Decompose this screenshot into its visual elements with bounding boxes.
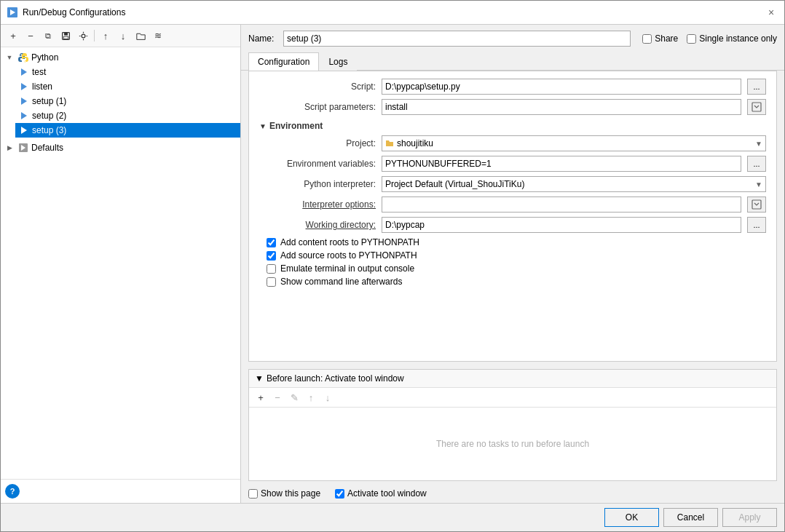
name-input[interactable] xyxy=(283,31,631,47)
sort-button[interactable]: ≋ xyxy=(150,28,166,44)
tree-area: ▼ Python xyxy=(1,47,240,479)
dialog-icon xyxy=(7,7,18,18)
tree-item-setup1[interactable]: setup (1) xyxy=(15,94,240,108)
add-content-roots-checkbox[interactable] xyxy=(267,238,276,247)
add-content-roots-label: Add content roots to PYTHONPATH xyxy=(280,237,419,247)
add-config-button[interactable]: + xyxy=(5,28,21,44)
tree-item-listen[interactable]: listen xyxy=(15,79,240,94)
apply-button[interactable]: Apply xyxy=(722,508,777,527)
before-launch-label: Before launch: Activate tool window xyxy=(267,373,404,384)
working-dir-browse-button[interactable]: ... xyxy=(747,217,766,233)
working-dir-row: Working directory: ... xyxy=(259,217,766,233)
svg-marker-8 xyxy=(21,98,27,105)
setup1-item-label: setup (1) xyxy=(32,96,66,106)
before-launch-edit-button[interactable]: ✎ xyxy=(287,390,301,405)
script-params-row: Script parameters: xyxy=(259,99,766,115)
share-checkbox[interactable] xyxy=(642,34,652,44)
python-group-label: Python xyxy=(31,52,58,63)
move-down-button[interactable]: ↓ xyxy=(115,28,131,44)
test-run-icon xyxy=(18,66,30,78)
tree-item-test[interactable]: test xyxy=(15,65,240,79)
working-dir-label: Working directory: xyxy=(259,220,376,230)
setup2-item-label: setup (2) xyxy=(32,111,66,121)
interp-options-input[interactable] xyxy=(382,196,741,213)
project-dropdown-arrow: ▼ xyxy=(755,140,762,148)
script-label: Script: xyxy=(259,82,376,92)
emulate-terminal-label: Emulate terminal in output console xyxy=(280,263,414,274)
save-config-button[interactable] xyxy=(58,28,74,44)
before-launch-down-button[interactable]: ↓ xyxy=(320,390,335,405)
dialog-footer: OK Cancel Apply xyxy=(1,503,784,531)
remove-config-button[interactable]: − xyxy=(23,28,39,44)
dialog-body: + − ⧉ ↑ ↓ ≋ xyxy=(1,25,784,503)
script-browse-button[interactable]: ... xyxy=(747,79,766,95)
env-vars-input[interactable] xyxy=(382,156,741,172)
before-launch-empty-text: There are no tasks to run before launch xyxy=(436,439,589,449)
close-button[interactable]: × xyxy=(764,5,778,20)
share-checkbox-label[interactable]: Share xyxy=(642,33,678,44)
project-select[interactable]: shoujitiku ▼ xyxy=(382,135,766,151)
single-instance-label: Single instance only xyxy=(699,33,777,44)
settings-icon xyxy=(79,31,88,41)
dialog-title: Run/Debug Configurations xyxy=(23,7,125,17)
svg-marker-10 xyxy=(21,127,27,134)
script-input[interactable] xyxy=(382,79,741,95)
before-launch-add-button[interactable]: + xyxy=(253,390,268,405)
name-row: Name: Share Single instance only xyxy=(241,25,784,52)
test-item-label: test xyxy=(32,67,46,77)
project-folder-icon xyxy=(385,139,394,148)
single-instance-checkbox-label[interactable]: Single instance only xyxy=(687,33,777,44)
tree-toolbar: + − ⧉ ↑ ↓ ≋ xyxy=(1,25,240,47)
svg-marker-9 xyxy=(21,112,27,119)
left-panel: + − ⧉ ↑ ↓ ≋ xyxy=(1,25,241,503)
svg-marker-7 xyxy=(21,83,27,90)
environment-collapse[interactable]: ▼ xyxy=(259,122,267,130)
before-launch-up-button[interactable]: ↑ xyxy=(304,390,318,405)
single-instance-checkbox[interactable] xyxy=(687,34,696,44)
setup2-run-icon xyxy=(18,110,30,122)
python-icon xyxy=(18,52,28,63)
folder-button[interactable] xyxy=(133,28,149,44)
expand-defaults[interactable]: ▶ xyxy=(4,142,15,154)
before-launch-collapse[interactable]: ▼ xyxy=(255,373,264,384)
copy-config-button[interactable]: ⧉ xyxy=(40,28,56,44)
bottom-help: ? xyxy=(1,479,240,503)
tab-configuration[interactable]: Configuration xyxy=(248,52,319,71)
environment-section-header: ▼ Environment xyxy=(259,121,766,131)
python-interp-select[interactable]: Project Default (Virtual_ShouJiTiKu) ▼ xyxy=(382,176,766,192)
defaults-row[interactable]: ▶ Defaults xyxy=(1,140,240,155)
python-group-row[interactable]: ▼ Python xyxy=(1,50,240,65)
activate-label[interactable]: Activate tool window xyxy=(335,488,427,499)
right-panel: Name: Share Single instance only Configu… xyxy=(241,25,784,503)
before-launch-toolbar: + − ✎ ↑ ↓ xyxy=(249,388,776,408)
python-interp-dropdown-arrow: ▼ xyxy=(755,180,762,188)
add-source-roots-checkbox[interactable] xyxy=(267,251,276,261)
tree-item-setup3[interactable]: setup (3) xyxy=(15,123,240,138)
move-up-button[interactable]: ↑ xyxy=(98,28,114,44)
svg-rect-14 xyxy=(752,200,761,209)
show-cmd-checkbox[interactable] xyxy=(267,277,276,287)
show-page-label[interactable]: Show this page xyxy=(248,488,320,499)
python-group-icon xyxy=(17,52,29,63)
before-launch-remove-button[interactable]: − xyxy=(270,390,285,405)
working-dir-input[interactable] xyxy=(382,217,741,233)
activate-checkbox[interactable] xyxy=(335,489,344,499)
bottom-checkboxes: Show this page Activate tool window xyxy=(241,484,784,503)
ok-button[interactable]: OK xyxy=(604,508,659,527)
svg-marker-6 xyxy=(21,68,27,76)
emulate-terminal-checkbox[interactable] xyxy=(267,264,276,274)
env-vars-browse-button[interactable]: ... xyxy=(747,156,766,172)
before-launch-header: ▼ Before launch: Activate tool window xyxy=(249,370,776,388)
tab-logs[interactable]: Logs xyxy=(319,52,357,71)
help-icon[interactable]: ? xyxy=(5,484,20,499)
add-source-roots-row: Add source roots to PYTHONPATH xyxy=(259,250,766,261)
interp-options-icon-button[interactable] xyxy=(747,196,766,213)
expand-python[interactable]: ▼ xyxy=(4,52,15,63)
cancel-button[interactable]: Cancel xyxy=(663,508,718,527)
show-page-checkbox[interactable] xyxy=(248,489,258,499)
settings-config-button[interactable] xyxy=(75,28,91,44)
script-params-input[interactable] xyxy=(382,99,741,115)
script-params-icon-button[interactable] xyxy=(747,99,766,115)
tree-item-setup2[interactable]: setup (2) xyxy=(15,108,240,123)
project-value: shoujitiku xyxy=(385,138,433,148)
